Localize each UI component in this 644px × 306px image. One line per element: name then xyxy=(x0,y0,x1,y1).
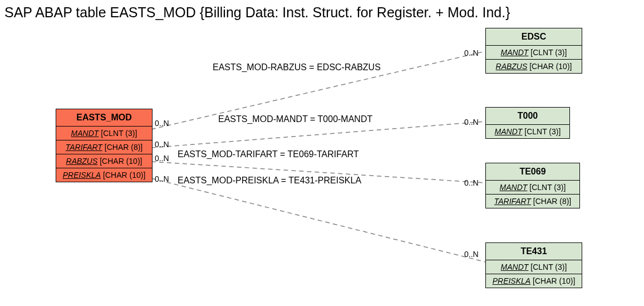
entity-field: MANDT [CLNT (3)] xyxy=(486,46,582,60)
entity-field: RABZUS [CHAR (10)] xyxy=(486,60,582,73)
entity-edsc: EDSC MANDT [CLNT (3)] RABZUS [CHAR (10)] xyxy=(485,28,582,74)
cardinality: 0..N xyxy=(155,154,169,163)
relation-label: EASTS_MOD-PREISKLA = TE431-PREISKLA xyxy=(178,176,361,186)
entity-easts-mod: EASTS_MOD MANDT [CLNT (3)] TARIFART [CHA… xyxy=(56,109,153,182)
entity-name: TE431 xyxy=(486,243,582,260)
entity-field: TARIFART [CHAR (8)] xyxy=(486,195,579,208)
entity-te069: TE069 MANDT [CLNT (3)] TARIFART [CHAR (8… xyxy=(485,163,580,208)
cardinality: 0..N xyxy=(155,140,169,149)
page-title: SAP ABAP table EASTS_MOD {Billing Data: … xyxy=(4,4,510,21)
entity-name: EASTS_MOD xyxy=(56,109,152,127)
relation-label: EASTS_MOD-RABZUS = EDSC-RABZUS xyxy=(213,62,381,72)
entity-name: T000 xyxy=(486,108,569,125)
entity-field: PREISKLA [CHAR (10)] xyxy=(56,168,152,182)
cardinality: 0..N xyxy=(464,48,479,57)
cardinality: 0..N xyxy=(155,119,169,128)
cardinality: 0..N xyxy=(464,178,479,187)
entity-te431: TE431 MANDT [CLNT (3)] PREISKLA [CHAR (1… xyxy=(485,242,582,288)
entity-field: MANDT [CLNT (3)] xyxy=(486,125,569,138)
cardinality: 0..N xyxy=(464,250,479,259)
relation-label: EASTS_MOD-TARIFART = TE069-TARIFART xyxy=(178,149,359,159)
entity-name: TE069 xyxy=(486,163,579,181)
entity-field: MANDT [CLNT (3)] xyxy=(486,181,579,195)
entity-field: PREISKLA [CHAR (10)] xyxy=(486,274,582,288)
svg-line-3 xyxy=(151,178,485,262)
relation-label: EASTS_MOD-MANDT = T000-MANDT xyxy=(218,114,372,124)
cardinality: 0..N xyxy=(464,118,479,127)
cardinality: 0..N xyxy=(155,174,169,183)
entity-name: EDSC xyxy=(486,28,582,46)
entity-t000: T000 MANDT [CLNT (3)] xyxy=(485,107,570,139)
entity-field: MANDT [CLNT (3)] xyxy=(486,260,582,274)
svg-line-1 xyxy=(151,122,485,148)
entity-field: MANDT [CLNT (3)] xyxy=(56,127,152,140)
entity-field: RABZUS [CHAR (10)] xyxy=(56,154,152,168)
entity-field: TARIFART [CHAR (8)] xyxy=(56,140,152,154)
